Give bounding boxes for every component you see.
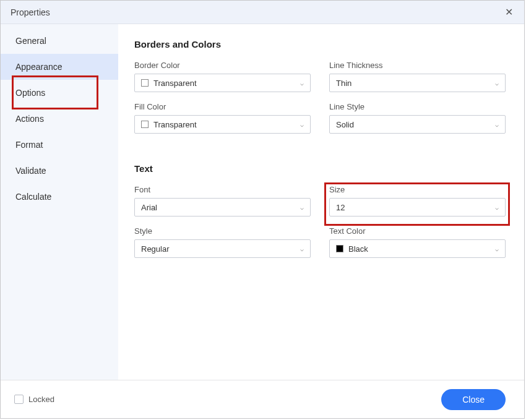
chevron-down-icon: ⌵ <box>300 121 304 128</box>
checkbox-locked[interactable] <box>14 395 24 404</box>
dropdown-border-color[interactable]: Transparent ⌵ <box>134 74 311 92</box>
chevron-down-icon: ⌵ <box>300 246 304 252</box>
dropdown-value: Transparent <box>153 120 197 129</box>
sidebar-item-label: Appearance <box>15 62 63 72</box>
field-line-thickness: Line Thickness Thin ⌵ <box>329 61 506 92</box>
dropdown-value: Arial <box>141 203 157 212</box>
dropdown-text-color[interactable]: Black ⌵ <box>329 239 506 258</box>
sidebar-item-validate[interactable]: Validate <box>1 158 118 184</box>
row-font-size: Font Arial ⌵ Size 12 ⌵ <box>134 185 506 216</box>
chevron-down-icon: ⌵ <box>495 246 499 252</box>
label-border-color: Border Color <box>134 61 311 70</box>
field-font: Font Arial ⌵ <box>134 185 311 216</box>
label-font: Font <box>134 185 311 194</box>
dialog-body: General Appearance Options Actions Forma… <box>1 24 524 380</box>
dropdown-size[interactable]: 12 ⌵ <box>329 198 506 216</box>
swatch-icon <box>141 121 149 128</box>
label-size: Size <box>329 185 506 194</box>
sidebar-item-appearance[interactable]: Appearance <box>1 54 118 80</box>
sidebar-item-label: Calculate <box>15 192 51 202</box>
dropdown-value: Thin <box>336 79 351 88</box>
dropdown-value: Black <box>348 244 368 254</box>
dropdown-fill-color[interactable]: Transparent ⌵ <box>134 115 311 134</box>
sidebar-item-label: General <box>15 36 46 46</box>
label-line-thickness: Line Thickness <box>329 61 506 70</box>
dialog-title: Properties <box>11 7 50 17</box>
field-style: Style Regular ⌵ <box>134 226 311 258</box>
sidebar-item-options[interactable]: Options <box>1 80 118 106</box>
field-size: Size 12 ⌵ <box>329 185 506 216</box>
chevron-down-icon: ⌵ <box>300 80 304 87</box>
close-button[interactable]: Close <box>441 389 506 410</box>
sidebar-item-label: Options <box>15 88 45 98</box>
section-title-borders: Borders and Colors <box>134 39 506 49</box>
label-fill-color: Fill Color <box>134 102 311 111</box>
label-line-style: Line Style <box>329 102 506 111</box>
field-text-color: Text Color Black ⌵ <box>329 226 506 258</box>
row-border-line: Border Color Transparent ⌵ Line Thicknes… <box>134 61 506 92</box>
footer: Locked Close <box>1 380 524 418</box>
chevron-down-icon: ⌵ <box>495 121 499 128</box>
locked-label: Locked <box>28 395 54 404</box>
chevron-down-icon: ⌵ <box>495 204 499 211</box>
close-button-label: Close <box>462 395 485 405</box>
dropdown-line-thickness[interactable]: Thin ⌵ <box>329 74 506 92</box>
row-style-color: Style Regular ⌵ Text Color Black ⌵ <box>134 226 506 258</box>
titlebar: Properties ✕ <box>1 1 524 24</box>
sidebar-item-label: Actions <box>15 114 44 124</box>
close-icon[interactable]: ✕ <box>502 6 515 19</box>
dropdown-value: Solid <box>336 120 354 129</box>
content-area: Borders and Colors Border Color Transpar… <box>118 24 524 380</box>
properties-dialog: Properties ✕ General Appearance Options … <box>0 0 525 419</box>
dropdown-line-style[interactable]: Solid ⌵ <box>329 115 506 134</box>
row-fill-style: Fill Color Transparent ⌵ Line Style Soli… <box>134 102 506 134</box>
label-text-color: Text Color <box>329 226 506 236</box>
sidebar-item-format[interactable]: Format <box>1 132 118 158</box>
sidebar-item-calculate[interactable]: Calculate <box>1 184 118 210</box>
swatch-icon <box>336 245 343 252</box>
dropdown-value: Transparent <box>153 79 197 88</box>
sidebar-item-general[interactable]: General <box>1 28 118 54</box>
dropdown-font[interactable]: Arial ⌵ <box>134 198 311 216</box>
chevron-down-icon: ⌵ <box>495 80 499 87</box>
chevron-down-icon: ⌵ <box>300 204 304 211</box>
sidebar-item-label: Validate <box>15 166 46 176</box>
sidebar-item-actions[interactable]: Actions <box>1 106 118 132</box>
locked-checkbox-group[interactable]: Locked <box>14 395 54 404</box>
sidebar: General Appearance Options Actions Forma… <box>1 24 118 380</box>
dropdown-value: 12 <box>336 203 345 212</box>
sidebar-item-label: Format <box>15 140 43 150</box>
swatch-icon <box>141 79 149 87</box>
field-line-style: Line Style Solid ⌵ <box>329 102 506 134</box>
section-title-text: Text <box>134 163 506 174</box>
dropdown-style[interactable]: Regular ⌵ <box>134 239 311 258</box>
field-fill-color: Fill Color Transparent ⌵ <box>134 102 311 134</box>
label-style: Style <box>134 226 311 236</box>
field-border-color: Border Color Transparent ⌵ <box>134 61 311 92</box>
dropdown-value: Regular <box>141 244 170 254</box>
